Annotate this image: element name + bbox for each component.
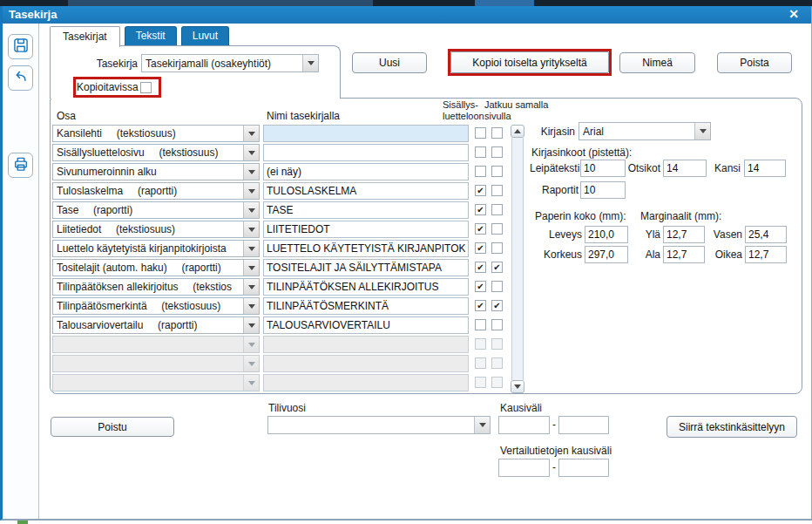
chevron-down-icon[interactable] <box>243 375 259 391</box>
sisallysluetteloon-checkbox[interactable] <box>475 319 486 330</box>
chevron-down-icon[interactable] <box>243 317 259 333</box>
kausivali-start-input[interactable] <box>498 416 550 434</box>
chevron-down-icon[interactable] <box>243 260 259 276</box>
nimi-tasekirjalla-input[interactable] <box>263 144 469 161</box>
osa-dropdown[interactable] <box>52 355 260 372</box>
sisallysluetteloon-checkbox[interactable] <box>475 146 486 158</box>
jatkuu-samalla-sivulla-checkbox[interactable] <box>491 242 503 254</box>
chevron-down-icon[interactable] <box>243 356 259 371</box>
chevron-down-icon[interactable] <box>243 202 259 218</box>
scrollbar-track[interactable] <box>511 138 524 380</box>
jatkuu-samalla-sivulla-checkbox[interactable] <box>491 204 503 215</box>
osa-dropdown[interactable]: Tilinpäätösmerkintä (tekstiosuus) <box>52 297 260 315</box>
chevron-down-icon[interactable] <box>243 279 259 295</box>
osa-dropdown[interactable]: Sivunumeroinnin alku <box>52 163 260 180</box>
nimi-tasekirjalla-input[interactable] <box>263 163 469 180</box>
sisallysluetteloon-checkbox[interactable] <box>475 300 486 311</box>
poistu-button[interactable]: Poistu <box>51 417 174 437</box>
chevron-down-icon[interactable] <box>302 55 318 71</box>
sisallysluetteloon-checkbox[interactable] <box>475 338 486 350</box>
korkeus-input[interactable] <box>585 246 628 263</box>
yla-input[interactable] <box>663 226 705 243</box>
kansi-input[interactable] <box>744 160 786 177</box>
siirra-tekstinkasittelyyn-button[interactable]: Siirrä tekstinkäsittelyyn <box>667 416 797 438</box>
tilivuosi-dropdown[interactable] <box>267 416 491 434</box>
chevron-down-icon[interactable] <box>243 337 259 352</box>
sisallysluetteloon-checkbox[interactable] <box>475 166 486 177</box>
osa-dropdown[interactable] <box>52 336 260 353</box>
raportit-input[interactable] <box>580 181 626 199</box>
leveys-input[interactable] <box>585 226 628 243</box>
nimi-tasekirjalla-input[interactable] <box>263 336 469 353</box>
oikea-input[interactable] <box>745 246 787 263</box>
osa-dropdown[interactable]: Liitetiedot (tekstiosuus) <box>52 221 260 238</box>
jatkuu-samalla-sivulla-checkbox[interactable] <box>491 377 503 388</box>
osa-dropdown[interactable]: Tuloslaskelma (raportti) <box>52 182 260 200</box>
jatkuu-samalla-sivulla-checkbox[interactable] <box>491 127 503 139</box>
sisallysluetteloon-checkbox[interactable] <box>475 262 486 273</box>
nimi-tasekirjalla-input[interactable] <box>263 201 469 219</box>
close-icon[interactable]: ✕ <box>788 7 799 21</box>
nimi-tasekirjalla-input[interactable] <box>263 182 469 200</box>
kirjasin-dropdown[interactable]: Arial <box>579 122 711 140</box>
vertailu-end-input[interactable] <box>558 459 609 477</box>
tab-luvut[interactable]: Luvut <box>181 26 229 45</box>
chevron-down-icon[interactable] <box>243 183 259 199</box>
scroll-down-icon[interactable] <box>511 380 524 393</box>
jatkuu-samalla-sivulla-checkbox[interactable] <box>491 223 503 235</box>
nimi-tasekirjalla-input[interactable] <box>263 240 469 257</box>
chevron-down-icon[interactable] <box>243 145 259 160</box>
sisallysluetteloon-checkbox[interactable] <box>475 223 486 235</box>
nimea-button[interactable]: Nimeä <box>619 52 695 73</box>
jatkuu-samalla-sivulla-checkbox[interactable] <box>491 357 503 369</box>
print-button[interactable] <box>8 153 33 178</box>
nimi-tasekirjalla-input[interactable] <box>263 259 469 276</box>
chevron-down-icon[interactable] <box>243 221 259 237</box>
chevron-down-icon[interactable] <box>474 417 490 433</box>
nimi-tasekirjalla-input[interactable] <box>263 125 469 142</box>
kopioitavissa-checkbox[interactable] <box>140 82 152 93</box>
nimi-tasekirjalla-input[interactable] <box>263 374 469 391</box>
chevron-down-icon[interactable] <box>243 126 259 141</box>
jatkuu-samalla-sivulla-checkbox[interactable] <box>491 319 503 330</box>
kausivali-end-input[interactable] <box>558 416 609 434</box>
osa-dropdown[interactable]: Luettelo käytetyistä kirjanpitokirjoista <box>52 240 260 257</box>
vertailu-start-input[interactable] <box>498 459 550 477</box>
nimi-tasekirjalla-input[interactable] <box>263 221 469 238</box>
ala-input[interactable] <box>663 246 705 263</box>
osa-dropdown[interactable]: Tilinpäätöksen allekirjoitus (tekstios <box>52 278 260 296</box>
sisallysluetteloon-checkbox[interactable] <box>475 357 486 369</box>
chevron-down-icon[interactable] <box>694 123 710 140</box>
jatkuu-samalla-sivulla-checkbox[interactable] <box>491 185 503 196</box>
nimi-tasekirjalla-input[interactable] <box>263 316 469 334</box>
osa-dropdown[interactable]: Kansilehti (tekstiosuus) <box>52 125 260 142</box>
tab-tasekirjat[interactable]: Tasekirjat <box>50 26 120 47</box>
chevron-down-icon[interactable] <box>243 298 259 314</box>
vasen-input[interactable] <box>745 226 787 243</box>
jatkuu-samalla-sivulla-checkbox[interactable] <box>491 262 503 273</box>
tab-tekstit[interactable]: Tekstit <box>125 26 177 45</box>
nimi-tasekirjalla-input[interactable] <box>263 297 469 315</box>
save-button[interactable] <box>8 34 33 59</box>
sisallysluetteloon-checkbox[interactable] <box>475 242 486 254</box>
undo-button[interactable] <box>8 65 33 91</box>
scroll-up-icon[interactable] <box>511 125 524 138</box>
jatkuu-samalla-sivulla-checkbox[interactable] <box>491 338 503 350</box>
sisallysluetteloon-checkbox[interactable] <box>475 204 486 215</box>
nimi-tasekirjalla-input[interactable] <box>263 278 469 296</box>
osa-dropdown[interactable]: Sisällysluettelosivu (tekstiosuus) <box>52 144 260 161</box>
jatkuu-samalla-sivulla-checkbox[interactable] <box>491 281 503 292</box>
tasekirja-dropdown[interactable]: Tasekirjamalli (osakeyhtiöt) <box>141 54 319 72</box>
sisallysluetteloon-checkbox[interactable] <box>475 127 486 139</box>
osa-dropdown[interactable] <box>52 374 260 391</box>
uusi-button[interactable]: Uusi <box>352 52 427 73</box>
poista-button[interactable]: Poista <box>717 52 792 73</box>
jatkuu-samalla-sivulla-checkbox[interactable] <box>491 300 503 311</box>
sisallysluetteloon-checkbox[interactable] <box>475 377 486 388</box>
sisallysluetteloon-checkbox[interactable] <box>475 281 486 292</box>
osa-dropdown[interactable]: Talousarviovertailu (raportti) <box>52 316 260 334</box>
chevron-down-icon[interactable] <box>243 241 259 256</box>
table-scrollbar[interactable] <box>511 125 524 393</box>
nimi-tasekirjalla-input[interactable] <box>263 355 469 372</box>
osa-dropdown[interactable]: Tase (raportti) <box>52 201 260 219</box>
